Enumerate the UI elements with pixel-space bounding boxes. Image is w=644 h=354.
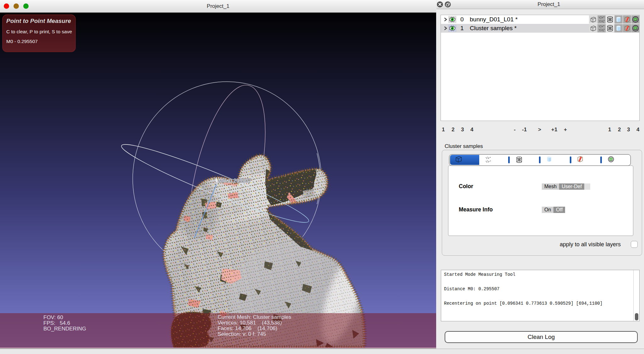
svg-text:FPS: 54.6: FPS: 54.6 [43, 320, 70, 326]
svg-text:Selection: v: 0 f: 745: Selection: v: 0 f: 745 [218, 331, 266, 337]
svg-text:Point to Point Measure: Point to Point Measure [6, 18, 71, 24]
svg-text:Vertices: 10,581 (43,538): Vertices: 10,581 (43,538) [218, 320, 282, 326]
svg-text:Current Mesh: Cluster samples: Current Mesh: Cluster samples [218, 314, 291, 320]
svg-text:FOV: 60: FOV: 60 [43, 314, 63, 320]
svg-text:M0: 0.295507: M0: 0.295507 [219, 178, 251, 184]
svg-text:BO_RENDERING: BO_RENDERING [43, 326, 86, 332]
svg-text:Faces: 14,706 (14,706): Faces: 14,706 (14,706) [218, 325, 277, 331]
svg-text:C to clear, P to print, S to s: C to clear, P to print, S to save [6, 29, 72, 34]
svg-text:M0 - 0.295507: M0 - 0.295507 [6, 39, 38, 44]
